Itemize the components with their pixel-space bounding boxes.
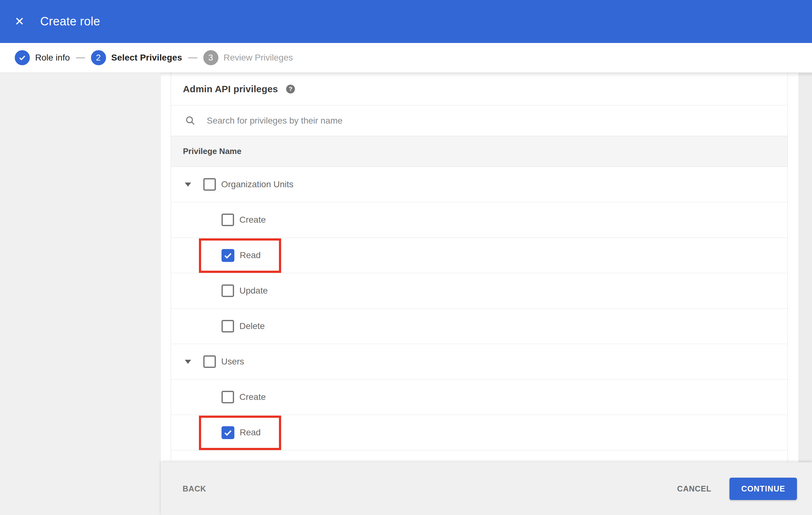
cancel-button[interactable]: CANCEL [675, 484, 713, 494]
privilege-row: Users [171, 344, 787, 380]
privilege-checkbox[interactable] [222, 214, 234, 226]
step-number-badge: 2 [91, 50, 106, 65]
scrollbar-track[interactable] [799, 73, 812, 462]
privilege-row: Create [171, 380, 787, 415]
panel-title-row: Admin API privileges ? [171, 73, 787, 105]
help-icon[interactable]: ? [286, 85, 295, 93]
privilege-checkbox[interactable] [222, 320, 234, 332]
expand-arrow-icon[interactable] [185, 360, 191, 364]
privilege-row: Update [171, 273, 787, 309]
privileges-search-row [171, 105, 787, 136]
step-complete-check-icon [15, 50, 30, 65]
privilege-row: Read [171, 415, 787, 450]
expand-arrow-icon[interactable] [185, 183, 191, 187]
privilege-checkbox-checked[interactable] [222, 249, 234, 262]
create-role-dialog: ✕ Create role Role info 2 Select Privile… [0, 0, 812, 515]
privilege-checkbox-checked[interactable] [222, 426, 234, 439]
privilege-checkbox[interactable] [222, 391, 234, 403]
back-button[interactable]: BACK [181, 484, 208, 494]
privilege-label: Organization Units [221, 179, 293, 189]
close-icon[interactable]: ✕ [13, 16, 26, 28]
step-connector [188, 57, 197, 58]
continue-button[interactable]: CONTINUE [729, 478, 797, 500]
privilege-row: Organization Units [171, 167, 787, 202]
step-label: Review Privileges [224, 53, 293, 63]
privilege-label: Read [240, 250, 261, 260]
privilege-checkbox[interactable] [222, 284, 234, 297]
privilege-row: Delete [171, 309, 787, 344]
privileges-search-input[interactable] [206, 115, 647, 126]
step-number-badge: 3 [203, 50, 219, 65]
privilege-row: Read [171, 238, 787, 273]
background-pane [0, 73, 161, 515]
privilege-label: Users [221, 357, 244, 367]
dialog-footer: BACK CANCEL CONTINUE [161, 462, 812, 515]
privilege-label: Create [239, 215, 266, 225]
privilege-checkbox[interactable] [203, 178, 216, 191]
table-header-label: Privilege Name [183, 147, 241, 156]
privilege-label: Delete [239, 321, 265, 331]
step-role-info[interactable]: Role info [15, 50, 70, 65]
privilege-checkbox[interactable] [203, 355, 216, 368]
search-icon [185, 115, 196, 126]
privilege-label: Update [239, 286, 268, 296]
step-review-privileges[interactable]: 3 Review Privileges [203, 50, 293, 65]
step-select-privileges[interactable]: 2 Select Privileges [91, 50, 182, 65]
dialog-title: Create role [40, 15, 100, 28]
step-label: Select Privileges [111, 53, 182, 63]
privilege-row: Create [171, 202, 787, 238]
partial-row [171, 450, 787, 462]
privilege-label: Read [240, 427, 261, 437]
privileges-scroll-area: Admin API privileges ? Privilege Name Or… [161, 73, 799, 462]
step-label: Role info [35, 53, 70, 63]
privileges-table-body: Organization UnitsCreateReadUpdateDelete… [171, 167, 787, 450]
privilege-label: Create [239, 392, 266, 402]
privileges-panel: Admin API privileges ? Privilege Name Or… [171, 73, 788, 462]
wizard-stepper: Role info 2 Select Privileges 3 Review P… [0, 43, 812, 73]
dialog-titlebar: ✕ Create role [0, 0, 812, 43]
table-header-row: Privilege Name [171, 136, 787, 167]
panel-title: Admin API privileges [183, 84, 278, 94]
step-connector [76, 57, 85, 58]
